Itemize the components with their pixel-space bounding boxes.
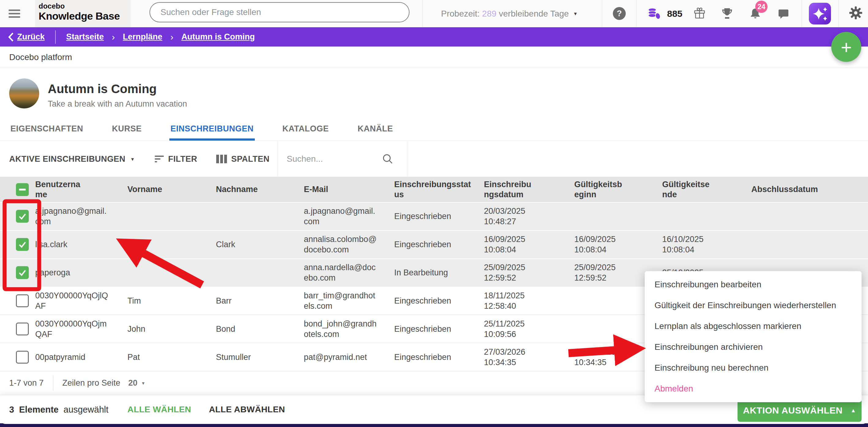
cell-username: 00patpyramid <box>35 352 127 362</box>
filter-icon <box>155 156 164 162</box>
search-icon[interactable] <box>382 153 394 165</box>
deselect-all-button[interactable]: ALLE ABWÄHLEN <box>209 405 285 415</box>
platform-row: Docebo platform <box>0 47 868 68</box>
trial-status[interactable]: Probezeit: 289 verbleibende Tage ▼ <box>441 0 578 27</box>
cell-first-name: Lisa <box>127 239 216 250</box>
cell-first-name: Pat <box>127 352 216 362</box>
coins-count: 885 <box>667 0 682 27</box>
tabs: EIGENSCHAFTEN KURSE EINSCHREIBUNGEN KATA… <box>0 118 868 141</box>
column-header[interactable]: Gültigkeitsb eginn <box>574 180 662 200</box>
trophy-icon[interactable] <box>720 7 734 20</box>
row-checkbox[interactable] <box>16 323 29 335</box>
checkmark-icon <box>17 267 28 278</box>
table-row[interactable]: lisa.clark Lisa Clark annalisa.colombo@ … <box>0 230 868 258</box>
cell-enrollment-date: 25/11/2025 10:09:56 <box>484 318 574 339</box>
gift-icon[interactable] <box>693 7 706 20</box>
platform-label: Docebo platform <box>9 52 72 62</box>
caret-down-icon[interactable]: ▼ <box>141 381 146 386</box>
global-search[interactable] <box>150 2 409 22</box>
breadcrumb-item[interactable]: Startseite <box>66 32 104 42</box>
gear-icon[interactable] <box>849 6 863 20</box>
context-menu-item[interactable]: Einschreibungen bearbeiten <box>645 274 862 295</box>
cell-email: barr_tim@grandhot els.com <box>304 291 394 311</box>
table-row[interactable]: a.jpagnano@gmail. com a.jpagnano@gmail. … <box>0 202 868 230</box>
tab[interactable]: EINSCHREIBUNGEN <box>169 124 255 141</box>
cell-validity-start: 16/09/2025 10:08:04 <box>574 234 662 255</box>
add-button[interactable]: + <box>831 32 861 62</box>
tab[interactable]: KATALOGE <box>281 124 330 141</box>
table-search[interactable] <box>277 141 407 177</box>
cell-email: bond_john@grandh otels.com <box>304 318 394 339</box>
breadcrumb-divider <box>55 30 56 44</box>
action-context-menu: Einschreibungen bearbeitenGültigkeit der… <box>645 271 862 402</box>
help-icon[interactable]: ? <box>613 7 626 20</box>
learning-plan-title: Autumn is Coming <box>48 82 157 96</box>
column-header[interactable]: Abschlussdatum <box>751 184 868 194</box>
row-checkbox[interactable] <box>16 210 29 223</box>
context-menu-item[interactable]: Einschreibungen archivieren <box>645 337 862 358</box>
table-header: Benutzerna meVornameNachnameE-MailEinsch… <box>0 177 868 202</box>
tab[interactable]: EIGENSCHAFTEN <box>9 124 85 141</box>
logo-knowledge-base: Knowledge Base <box>39 10 120 22</box>
back-button[interactable]: Zurück <box>7 32 45 42</box>
cell-status: Eingeschrieben <box>394 239 484 250</box>
rows-per-page-value[interactable]: 20 <box>128 378 137 388</box>
context-menu-item[interactable]: Einschreibung neu berechnen <box>645 358 862 378</box>
logo-block: docebo Knowledge Base <box>35 0 131 27</box>
cell-status: Eingeschrieben <box>394 324 484 334</box>
row-checkbox[interactable] <box>16 294 29 307</box>
cell-username: 0030Y00000YqOjlQ AF <box>35 291 127 311</box>
caret-down-icon: ▼ <box>130 156 135 162</box>
tab[interactable]: KURSE <box>111 124 143 141</box>
filter-button[interactable]: FILTER <box>155 141 197 177</box>
global-search-input[interactable] <box>160 7 394 18</box>
topbar-divider <box>636 0 637 27</box>
breadcrumb-separator: › <box>170 32 173 42</box>
docebo-enrollments-page: docebo Knowledge Base Probezeit: 289 ver… <box>0 0 868 427</box>
column-header[interactable]: Nachname <box>216 184 304 194</box>
coins-icon[interactable] <box>648 7 661 20</box>
notification-badge: 24 <box>755 1 768 13</box>
select-all-button[interactable]: ALLE WÄHLEN <box>127 405 191 415</box>
topbar-divider <box>422 0 423 27</box>
pagination-divider <box>53 376 53 391</box>
cell-username: paperoga <box>35 267 127 278</box>
pagination-range: 1-7 von 7 <box>9 378 44 388</box>
ai-sparkles-icon[interactable] <box>809 3 831 25</box>
minus-icon <box>19 189 26 190</box>
breadcrumb-item[interactable]: Autumn is Coming <box>181 32 255 42</box>
table-search-input[interactable] <box>286 154 379 164</box>
column-header[interactable]: Gültigkeitse nde <box>662 180 751 200</box>
column-header[interactable]: E-Mail <box>304 184 394 194</box>
breadcrumb-list: Startseite›Lernpläne›Autumn is Coming <box>66 32 255 42</box>
cell-validity-end: 16/10/2025 10:08:04 <box>662 234 751 255</box>
chat-icon[interactable] <box>777 7 790 20</box>
column-header[interactable]: Einschreibu ngsdatum <box>484 180 574 200</box>
context-menu-item[interactable]: Abmelden <box>645 378 862 399</box>
hamburger-menu-icon[interactable] <box>8 8 21 19</box>
columns-button[interactable]: SPALTEN <box>216 141 270 177</box>
cell-last-name: Bond <box>216 324 304 334</box>
learning-plan-thumbnail <box>9 79 39 109</box>
topbar-divider <box>602 0 602 27</box>
row-checkbox[interactable] <box>16 266 29 279</box>
tab[interactable]: KANÄLE <box>356 124 395 141</box>
select-all-checkbox[interactable] <box>16 183 29 196</box>
column-header[interactable]: Benutzerna me <box>35 180 127 200</box>
row-checkbox[interactable] <box>16 351 29 364</box>
learning-plan-subtitle: Take a break with an Autumn vacation <box>48 99 187 109</box>
cell-enrollment-date: 16/09/2025 10:08:04 <box>484 234 574 255</box>
cell-email: a.jpagnano@gmail. com <box>304 206 394 227</box>
column-header[interactable]: Einschreibungsstat us <box>394 180 484 200</box>
cell-email: annalisa.colombo@ docebo.com <box>304 234 394 255</box>
row-checkbox[interactable] <box>16 238 29 251</box>
choose-action-button[interactable]: AKTION AUSWÄHLEN ▲ <box>738 399 862 422</box>
enrollment-view-selector[interactable]: AKTIVE EINSCHREIBUNGEN ▼ <box>9 141 135 177</box>
cell-last-name: Stumuller <box>216 352 304 362</box>
breadcrumb-separator: › <box>112 32 115 42</box>
breadcrumb-item[interactable]: Lernpläne <box>123 32 162 42</box>
context-menu-item[interactable]: Gültigkeit der Einschreibungen wiederher… <box>645 295 862 316</box>
column-header[interactable]: Vorname <box>127 184 216 194</box>
context-menu-item[interactable]: Lernplan als abgeschlossen markieren <box>645 316 862 337</box>
checkmark-icon <box>17 239 28 250</box>
